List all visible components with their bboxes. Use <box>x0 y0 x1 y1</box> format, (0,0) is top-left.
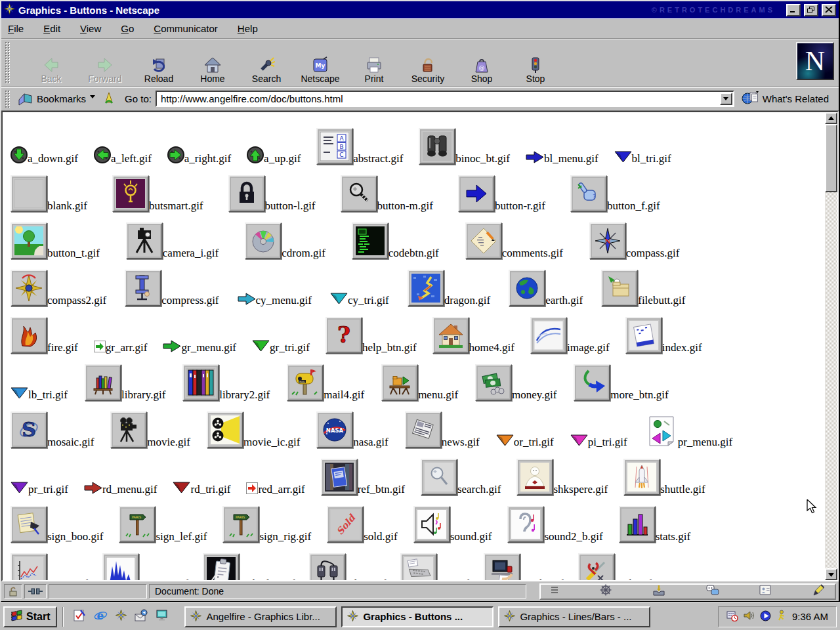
toolbar-button-search[interactable]: Search <box>240 42 293 84</box>
dock-wheel-icon[interactable] <box>599 584 612 598</box>
toolbar-button-home[interactable]: Home <box>186 42 239 84</box>
toolbar-button-print[interactable]: Print <box>348 42 400 84</box>
bookmarks-button[interactable]: Bookmarks <box>14 89 98 109</box>
grid-label: pr_menu.gif <box>678 436 733 448</box>
scrollbar-thumb[interactable] <box>825 124 837 192</box>
tb-forward-icon <box>96 50 114 74</box>
grid-label: movie_ic.gif <box>243 436 300 448</box>
toolbar-button-stop[interactable]: Stop <box>509 42 562 84</box>
taskbar-task-1[interactable]: Angelfire - Graphics Libr... <box>184 606 337 627</box>
image-image <box>530 317 567 354</box>
lb_tri-image <box>10 387 28 400</box>
grid-item-cy_tri: cy_tri.gif <box>330 292 389 306</box>
rd_tri-image <box>173 481 190 494</box>
taskbar-task-3[interactable]: Graphics - Lines/Bars - ... <box>498 606 650 627</box>
svg-text:C: C <box>340 152 344 158</box>
button_t-image <box>10 222 47 259</box>
tray-volume-icon[interactable] <box>744 610 755 623</box>
grid-item-filebutt: filebutt.gif <box>601 270 685 306</box>
toolbar-button-netscape[interactable]: MyNetscape <box>294 42 346 84</box>
menu-image <box>381 364 418 401</box>
restore-button[interactable] <box>804 4 818 16</box>
button-m-image <box>341 175 377 212</box>
status-bar: Document: Done <box>1 581 839 601</box>
toolbar-grip[interactable] <box>5 41 10 84</box>
icon-row-3: button_t.gifcamera_i.gifcdrom.gifcodebtn… <box>10 212 825 259</box>
dock-inbox-icon[interactable] <box>652 584 665 598</box>
grid-label: sign_lef.gif <box>156 530 207 543</box>
dock-pen-icon[interactable] <box>812 584 826 598</box>
netscape-n-logo[interactable]: N <box>796 42 834 80</box>
grid-item-dragon: dragon.gif <box>408 270 490 306</box>
grid-item-rd_tri: rd_tri.gif <box>173 481 230 495</box>
grid-item-button-l: button-l.gif <box>228 175 316 212</box>
rd_menu-image <box>84 482 102 494</box>
location-page-icon[interactable] <box>102 91 116 106</box>
codebtn-image <box>352 222 388 259</box>
fire-image <box>10 317 47 354</box>
dock-card-icon[interactable] <box>759 584 772 598</box>
ql-mail-icon[interactable] <box>135 609 148 625</box>
menu-go[interactable]: Go <box>121 23 134 34</box>
whats-related-button[interactable]: What's Related <box>738 89 832 108</box>
grid-label: comments.gif <box>502 247 563 259</box>
scroll-up-button[interactable] <box>825 112 837 124</box>
menu-view[interactable]: View <box>80 23 101 34</box>
more_btn-image <box>574 364 610 401</box>
url-box <box>156 91 734 107</box>
ql-ie-icon[interactable]: e <box>94 609 108 625</box>
pr_tri-image <box>10 481 28 494</box>
toolbar-button-security[interactable]: Security <box>402 42 454 84</box>
grid-item-cy_menu: cy_menu.gif <box>238 293 312 306</box>
taskbar-task-2[interactable]: Graphics - Buttons ... <box>341 606 494 627</box>
locationbar-grip[interactable] <box>5 90 10 108</box>
title-bar[interactable]: Graphics - Buttons - Netscape ©RETROTECH… <box>1 1 839 18</box>
start-button[interactable]: Start <box>3 606 57 627</box>
grid-label: cy_menu.gif <box>256 294 312 306</box>
vertical-scrollbar[interactable] <box>825 112 837 580</box>
grid-label: or_tri.gif <box>514 436 554 448</box>
security-open-lock-icon[interactable] <box>4 584 22 598</box>
scroll-down-button[interactable] <box>825 568 837 580</box>
url-input[interactable] <box>161 93 720 104</box>
grid-item-image: image.gif <box>530 317 610 354</box>
grid-label: a_right.gif <box>184 152 231 165</box>
tray-icq-icon[interactable] <box>776 610 786 623</box>
grid-item-pi_tri: pi_tri.gif <box>570 434 627 448</box>
toolbar-button-reload[interactable]: Reload <box>133 42 185 84</box>
toolbar-button-shop[interactable]: @Shop <box>455 42 508 84</box>
grid-item-camera_i: camera_i.gif <box>126 222 219 259</box>
grid-item-gr_menu: gr_menu.gif <box>163 340 236 354</box>
icon-row-8: pr_tri.gifrd_menu.gifrd_tri.gifred_arr.g… <box>10 448 825 495</box>
compass2-image <box>10 270 47 306</box>
menu-edit[interactable]: Edit <box>43 23 60 34</box>
grid-item-menu: menu.gif <box>381 364 458 401</box>
cy_menu-image <box>238 293 256 305</box>
dock-chat-icon[interactable] <box>706 584 719 598</box>
dock-grip-icon[interactable] <box>550 585 559 597</box>
svg-text:e: e <box>97 609 104 622</box>
whats-related-label: What's Related <box>763 93 829 104</box>
grid-item-sold: Soldsold.gif <box>327 506 397 543</box>
close-button[interactable] <box>822 4 836 16</box>
ql-netscape-icon[interactable] <box>116 610 127 623</box>
grid-label: button-m.gif <box>377 200 433 212</box>
tray-netdetect-icon[interactable] <box>760 610 771 623</box>
ql-desktop-icon[interactable] <box>156 609 169 624</box>
menu-help[interactable]: Help <box>238 23 258 34</box>
grid-label: mail4.gif <box>324 388 364 401</box>
minimize-button[interactable] <box>786 4 801 16</box>
netscape-star-icon <box>4 3 15 17</box>
grid-item-pr_menu: pr_menu.gif <box>644 415 733 448</box>
menu-file[interactable]: File <box>8 23 24 34</box>
gr_arr-image <box>94 341 106 352</box>
grid-label: tools.gif <box>615 578 652 580</box>
menu-communicator[interactable]: Communicator <box>154 23 218 34</box>
button-l-image <box>228 175 265 212</box>
grid-label: library.gif <box>121 388 165 401</box>
url-dropdown-button[interactable] <box>720 93 732 105</box>
ql-channels-icon[interactable] <box>73 609 86 625</box>
grid-label: image.gif <box>567 341 610 354</box>
grid-label: button-r.gif <box>495 200 545 212</box>
tray-scheduler-icon[interactable] <box>726 610 738 623</box>
